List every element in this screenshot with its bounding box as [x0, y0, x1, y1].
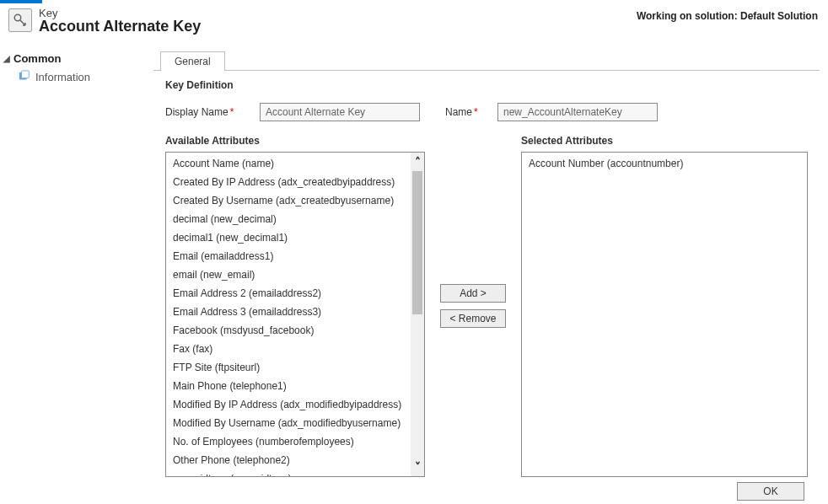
nav-root-common[interactable]: ◢ Common: [0, 51, 153, 67]
list-item[interactable]: Modified By Username (adx_modifiedbyuser…: [166, 414, 411, 432]
add-button[interactable]: Add >: [440, 284, 506, 303]
list-item[interactable]: Modified By IP Address (adx_modifiedbyip…: [166, 395, 411, 414]
list-item[interactable]: No. of Employees (numberofemployees): [166, 432, 411, 451]
form-row: Display Name* Name*: [165, 103, 808, 121]
list-item[interactable]: Other Phone (telephone2): [166, 451, 411, 469]
nav-item-label: Information: [35, 71, 90, 83]
svg-rect-2: [22, 71, 30, 78]
page-title: Account Alternate Key: [39, 18, 201, 35]
information-icon: [19, 70, 30, 84]
list-item[interactable]: Created By Username (adx_createdbyuserna…: [166, 191, 411, 210]
dual-listbox: Available Attributes Account Name (name)…: [165, 135, 808, 477]
list-item[interactable]: Email Address 3 (emailaddress3): [166, 303, 411, 321]
list-item[interactable]: Account Number (accountnumber): [522, 154, 807, 173]
required-asterisk: *: [230, 106, 234, 118]
list-item[interactable]: Facebook (msdyusd_facebook): [166, 321, 411, 340]
nav-root-label: Common: [13, 52, 61, 65]
list-item[interactable]: FTP Site (ftpsiteurl): [166, 358, 411, 377]
scroll-thumb[interactable]: [412, 171, 422, 314]
name-label: Name*: [445, 106, 487, 118]
ok-button[interactable]: OK: [737, 482, 804, 501]
caret-down-icon: ◢: [3, 54, 10, 63]
name-field[interactable]: [497, 103, 658, 121]
remove-button[interactable]: < Remove: [440, 309, 506, 328]
solution-context-label: Working on solution: Default Solution: [637, 10, 818, 22]
selected-attributes-label: Selected Attributes: [521, 135, 808, 147]
display-name-field[interactable]: [260, 103, 420, 121]
nav-item-information[interactable]: Information: [0, 67, 153, 88]
tab-panel-general: Key Definition Display Name* Name*: [153, 70, 820, 504]
list-item[interactable]: Email Address 2 (emailaddress2): [166, 284, 411, 303]
list-item[interactable]: Email (emailaddress1): [166, 247, 411, 265]
scroll-down-icon[interactable]: ˅: [415, 461, 421, 473]
required-asterisk: *: [474, 106, 478, 118]
tab-general[interactable]: General: [160, 51, 225, 71]
list-item[interactable]: decimal1 (new_decimal1): [166, 228, 411, 247]
scrollbar[interactable]: ˄ ˅: [411, 153, 424, 476]
list-item[interactable]: Fax (fax): [166, 340, 411, 358]
key-icon: [8, 8, 32, 32]
svg-point-0: [14, 14, 21, 21]
list-item[interactable]: email (new_email): [166, 265, 411, 284]
available-attributes-label: Available Attributes: [165, 135, 425, 147]
selected-attributes-listbox[interactable]: Account Number (accountnumber): [521, 152, 808, 477]
tabstrip: General: [160, 51, 820, 70]
dialog-footer: OK: [165, 477, 808, 501]
list-item[interactable]: Created By IP Address (adx_createdbyipad…: [166, 173, 411, 191]
list-item[interactable]: Main Phone (telephone1): [166, 377, 411, 395]
available-attributes-listbox[interactable]: Account Name (name)Created By IP Address…: [165, 152, 425, 477]
list-item[interactable]: owneridtype (owneridtype): [166, 469, 411, 476]
list-item[interactable]: decimal (new_decimal): [166, 210, 411, 228]
section-title-key-definition: Key Definition: [165, 79, 808, 91]
display-name-label: Display Name*: [165, 106, 250, 118]
list-item[interactable]: Account Name (name): [166, 154, 411, 173]
nav-sidebar: ◢ Common Information: [0, 44, 153, 504]
scroll-up-icon[interactable]: ˄: [415, 156, 421, 168]
page-header: Key Account Alternate Key Working on sol…: [0, 3, 828, 44]
